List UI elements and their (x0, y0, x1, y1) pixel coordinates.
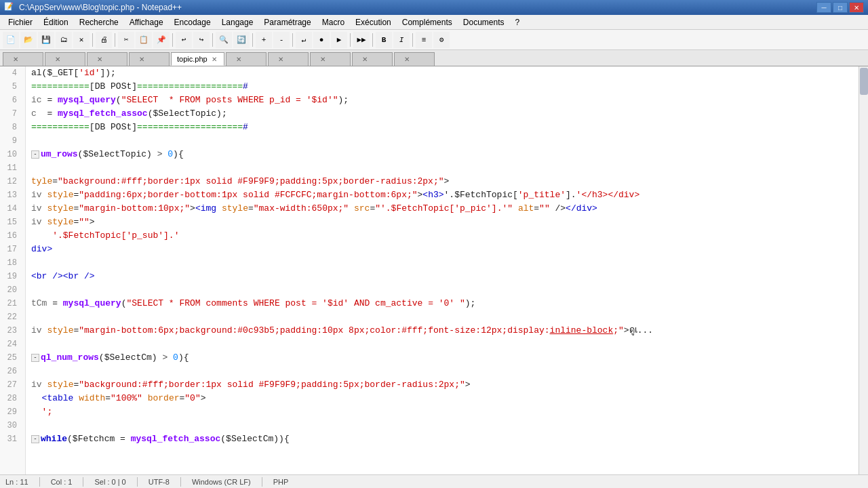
bold-button[interactable]: B (376, 32, 392, 48)
sep1 (92, 33, 93, 47)
find-button[interactable]: 🔍 (216, 32, 232, 48)
replace-button[interactable]: 🔄 (233, 32, 250, 48)
editor-container: 4 5 6 7 8 9 10 11 12 13 14 15 16 17 18 1… (0, 66, 868, 474)
zoom-out-button[interactable]: - (273, 32, 290, 48)
sep3 (172, 33, 173, 47)
code-line-29[interactable]: '; (26, 405, 859, 419)
tab-8-close[interactable]: ✕ (319, 56, 327, 63)
code-line-25[interactable]: -ql_num_rows($SelectCm) > 0){ (26, 351, 859, 365)
code-line-28[interactable]: <table width="100%" border="0"> (26, 392, 859, 405)
code-line-22[interactable] (26, 310, 859, 324)
extra-btn1[interactable]: ≡ (416, 32, 432, 48)
minimize-button[interactable]: ─ (816, 2, 831, 13)
tab-10-close[interactable]: ✕ (403, 56, 411, 63)
maximize-button[interactable]: □ (833, 2, 848, 13)
linenum-10: 10 (0, 148, 21, 161)
code-line-12[interactable]: tyle="background:#fff;border:1px solid #… (26, 175, 859, 188)
vertical-scrollbar[interactable] (859, 66, 868, 474)
extra-btn2[interactable]: ⚙ (433, 32, 450, 48)
tab-3[interactable]: ✕ (87, 52, 127, 66)
code-line-20[interactable] (26, 283, 859, 297)
code-line-14[interactable]: iv style="margin-bottom:10px;"><img styl… (26, 202, 859, 216)
code-line-5[interactable]: ===========[DB POSt]====================… (26, 80, 859, 94)
tab-3-close[interactable]: ✕ (96, 56, 104, 63)
menu-langage[interactable]: Langage (216, 15, 259, 29)
tab-7[interactable]: ✕ (268, 52, 309, 66)
code-line-21[interactable]: tCm = mysql_query("SELECT * FROM comment… (26, 297, 859, 310)
menu-recherche[interactable]: Recherche (74, 15, 124, 29)
tab-2[interactable]: ✕ (45, 52, 85, 66)
code-line-9[interactable] (26, 134, 859, 148)
menu-execution[interactable]: Exécution (350, 15, 397, 29)
menu-fichier[interactable]: Fichier (3, 15, 38, 29)
menu-complements[interactable]: Compléments (397, 15, 458, 29)
code-line-8[interactable]: ===========[DB POSt]====================… (26, 121, 859, 134)
tab-7-close[interactable]: ✕ (277, 56, 285, 63)
tab-6-close[interactable]: ✕ (235, 56, 243, 63)
close-button2[interactable]: ✕ (73, 32, 90, 48)
code-line-31[interactable]: -while($Fetchcm = mysql_fetch_assoc($Sel… (26, 432, 859, 446)
menu-edition[interactable]: Édition (38, 15, 74, 29)
code-line-26[interactable] (26, 365, 859, 378)
code-line-7[interactable]: c = mysql_fetch_assoc($SelectTopic); (26, 107, 859, 121)
menu-help[interactable]: ? (510, 15, 526, 29)
tab-9[interactable]: ✕ (352, 52, 393, 66)
code-line-24[interactable] (26, 338, 859, 351)
menu-macro[interactable]: Macro (317, 15, 350, 29)
macro-button[interactable]: ● (313, 32, 330, 48)
code-16-content: '.$FetchTopic['p_sub'].' (31, 229, 179, 243)
code-line-17[interactable]: div> (26, 243, 859, 256)
menu-affichage[interactable]: Affichage (124, 15, 169, 29)
linenum-20: 20 (0, 283, 21, 297)
tab-topic-close[interactable]: ✕ (210, 56, 218, 63)
code-area[interactable]: al($_GET['id']); ===========[DB POSt]===… (26, 66, 859, 474)
close-button[interactable]: ✕ (849, 2, 864, 13)
tab-6[interactable]: ✕ (226, 52, 267, 66)
tab-topic-php[interactable]: topic.php ✕ (171, 52, 224, 66)
tab-1-close[interactable]: ✕ (12, 56, 20, 63)
open-button[interactable]: 📂 (20, 32, 37, 48)
code-line-4[interactable]: al($_GET['id']); (26, 66, 859, 80)
tab-4[interactable]: ✕ (129, 52, 170, 66)
wrap-button[interactable]: ↵ (296, 32, 312, 48)
code-line-19[interactable]: <br /><br /> (26, 270, 859, 283)
run-button[interactable]: ▶▶ (353, 32, 370, 48)
fold-25[interactable]: - (31, 354, 39, 362)
code-line-27[interactable]: iv style="background:#fff;border:1px sol… (26, 378, 859, 392)
code-line-15[interactable]: iv style=""> (26, 216, 859, 229)
italic-button[interactable]: I (393, 32, 410, 48)
code-line-13[interactable]: iv style="padding:6px;border-bottom:1px … (26, 188, 859, 202)
tab-2-close[interactable]: ✕ (54, 56, 62, 63)
menu-encodage[interactable]: Encodage (169, 15, 216, 29)
tab-10[interactable]: ✕ (394, 52, 435, 66)
code-line-6[interactable]: ic = mysql_query("SELECT * FROM posts WH… (26, 94, 859, 107)
code-line-30[interactable] (26, 419, 859, 432)
print-button[interactable]: 🖨 (96, 32, 112, 48)
scrollbar-thumb[interactable] (860, 68, 868, 95)
window-controls: ─ □ ✕ (816, 2, 864, 13)
code-line-23[interactable]: iv style="margin-bottom:6px;background:#… (26, 324, 859, 338)
tab-8[interactable]: ✕ (310, 52, 351, 66)
linenum-28: 28 (0, 392, 21, 405)
undo-button[interactable]: ↩ (176, 32, 192, 48)
code-line-18[interactable] (26, 256, 859, 270)
code-line-16[interactable]: '.$FetchTopic['p_sub'].' (26, 229, 859, 243)
paste-button[interactable]: 📌 (153, 32, 170, 48)
cut-button[interactable]: ✂ (118, 32, 134, 48)
fold-10[interactable]: - (31, 150, 39, 159)
copy-button[interactable]: 📋 (136, 32, 152, 48)
code-line-10[interactable]: -um_rows($SelectTopic) > 0){ (26, 148, 859, 161)
zoom-in-button[interactable]: + (256, 32, 272, 48)
new-button[interactable]: 📄 (3, 32, 19, 48)
menu-parametrage[interactable]: Paramétrage (258, 15, 316, 29)
tab-9-close[interactable]: ✕ (361, 56, 369, 63)
save-button[interactable]: 💾 (38, 32, 54, 48)
save-all-button[interactable]: 🗂 (56, 32, 72, 48)
fold-31[interactable]: - (31, 435, 39, 443)
menu-documents[interactable]: Documents (458, 15, 510, 29)
redo-button[interactable]: ↪ (193, 32, 210, 48)
tab-4-close[interactable]: ✕ (138, 56, 146, 63)
macro-play-button[interactable]: ▶ (331, 32, 347, 48)
tab-1[interactable]: ✕ (3, 52, 43, 66)
code-line-11[interactable] (26, 161, 859, 175)
